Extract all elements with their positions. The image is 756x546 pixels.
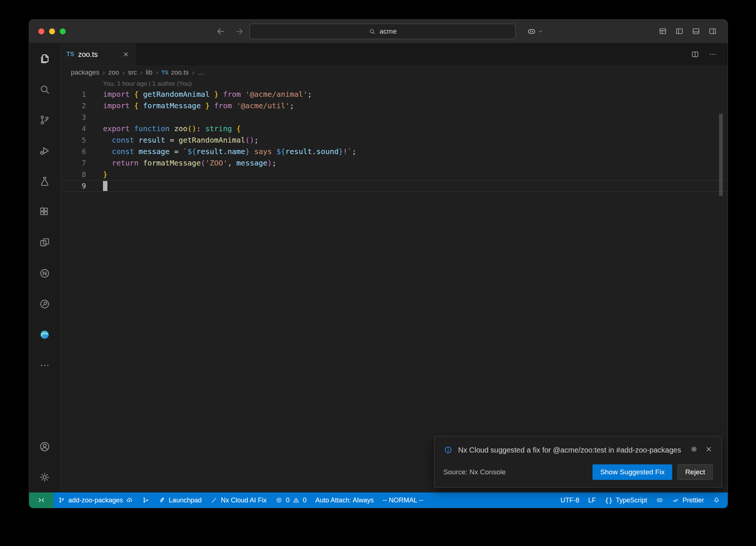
activity-bar-remote-explorer[interactable] [29, 227, 60, 258]
line-number: 6 [61, 146, 86, 157]
layout-sidebar-left-icon[interactable] [675, 27, 684, 36]
tab-bar: TS zoo.ts [61, 43, 728, 66]
activity-bar-account[interactable] [29, 431, 60, 462]
line-number: 4 [61, 123, 86, 134]
rocket-icon [158, 496, 166, 504]
command-center-search[interactable]: acme [250, 24, 516, 39]
code-line-1[interactable]: 1import { getRandomAnimal } from '@acme/… [61, 89, 728, 100]
close-icon[interactable] [705, 445, 713, 453]
line-text: import { getRandomAnimal } from '@acme/a… [86, 89, 312, 100]
status-label: UTF-8 [560, 496, 579, 504]
status-remote[interactable] [29, 492, 54, 508]
run-debug-icon [38, 144, 51, 157]
code-line-4[interactable]: 4export function zoo(): string { [61, 123, 728, 134]
line-text: export function zoo(): string { [86, 123, 241, 134]
status-eol[interactable]: LF [584, 492, 600, 508]
line-number: 5 [61, 134, 86, 146]
activity-bar-source-control[interactable] [29, 105, 60, 135]
wand-icon [210, 496, 218, 504]
status-launchpad[interactable]: Launchpad [154, 492, 206, 508]
activity-bar-extensions[interactable] [29, 197, 60, 227]
tab-close-icon[interactable] [122, 51, 130, 58]
nx-console-icon [38, 267, 51, 280]
error-icon [275, 496, 283, 504]
double-check-icon [672, 496, 680, 504]
layout-customize-icon[interactable] [658, 27, 667, 36]
activity-bar-nx-console[interactable] [29, 258, 60, 289]
activity-bar-run-debug[interactable] [29, 135, 60, 166]
vscode-window: acme TS zoo.ts [29, 19, 728, 508]
status-language[interactable]: {}TypeScript [600, 492, 652, 508]
status-git-graph[interactable] [138, 492, 154, 508]
status-notifications[interactable] [708, 492, 725, 508]
git-blame-codelens[interactable]: You, 1 hour ago | 1 author (You) [61, 79, 728, 89]
breadcrumb-item-zoo-ts[interactable]: TSzoo.ts [161, 69, 189, 76]
line-text: } [86, 169, 107, 180]
code-line-5[interactable]: 5 const result = getRandomAnimal(); [61, 134, 728, 146]
activity-bar-more-views[interactable] [29, 350, 60, 381]
scrollbar-thumb[interactable] [719, 114, 723, 196]
code-editor[interactable]: You, 1 hour ago | 1 author (You) 1import… [61, 79, 728, 492]
activity-bar-gitlens[interactable] [29, 289, 60, 319]
zoom-window-button[interactable] [60, 28, 66, 34]
breadcrumb-item-lib[interactable]: lib [146, 69, 152, 76]
reject-button[interactable]: Reject [677, 464, 713, 480]
breadcrumb-item--[interactable]: … [198, 69, 205, 76]
more-actions-icon[interactable] [708, 50, 717, 59]
status-problems[interactable]: 00 [271, 492, 311, 508]
activity-bar-explorer[interactable] [29, 43, 60, 74]
status-label: 0 [303, 496, 306, 504]
copilot-menu[interactable] [527, 27, 544, 36]
copilot-icon [656, 496, 663, 504]
activity-bar-edge-tools[interactable] [29, 319, 60, 350]
block-cursor [103, 181, 107, 191]
editor-area: TS zoo.ts packages›zoo›src›lib›TSzoo.ts›… [61, 43, 728, 492]
show-suggested-fix-button[interactable]: Show Suggested Fix [592, 464, 672, 480]
breadcrumb-item-packages[interactable]: packages [71, 69, 99, 76]
status-encoding[interactable]: UTF-8 [556, 492, 584, 508]
forward-button[interactable] [234, 27, 244, 36]
status-bar-left: add-zoo-packagesLaunchpadNx Cloud AI Fix… [29, 492, 428, 508]
status-copilot[interactable] [652, 492, 668, 508]
activity-bar-settings[interactable] [29, 462, 60, 492]
edge-tools-icon [38, 328, 51, 341]
breadcrumb: packages›zoo›src›lib›TSzoo.ts›… [61, 66, 728, 79]
status-nx-cloud-ai-fix[interactable]: Nx Cloud AI Fix [206, 492, 271, 508]
activity-bar-spacer [29, 381, 60, 431]
split-editor-icon[interactable] [691, 50, 700, 59]
status-vim-mode[interactable]: -- NORMAL -- [378, 492, 427, 508]
activity-bar [29, 43, 61, 492]
git-branch-icon [58, 496, 65, 504]
breadcrumb-item-zoo[interactable]: zoo [108, 69, 119, 76]
status-auto-attach[interactable]: Auto Attach: Always [311, 492, 378, 508]
activity-bar-search[interactable] [29, 74, 60, 105]
status-formatter[interactable]: Prettier [668, 492, 708, 508]
testing-icon [38, 175, 51, 188]
code-line-9[interactable]: 9 [61, 180, 728, 192]
git-graph-icon [142, 496, 150, 504]
line-number: 9 [61, 180, 86, 192]
layout-panel-icon[interactable] [691, 27, 701, 36]
more-views-icon [38, 359, 51, 372]
remote-explorer-icon [38, 236, 51, 249]
chevron-right-icon: › [122, 68, 124, 76]
warning-icon [292, 496, 300, 504]
minimize-window-button[interactable] [49, 28, 55, 34]
close-window-button[interactable] [38, 28, 44, 34]
code-line-2[interactable]: 2import { formatMessage } from '@acme/ut… [61, 100, 728, 112]
layout-sidebar-right-icon[interactable] [708, 27, 717, 36]
code-line-3[interactable]: 3 [61, 112, 728, 123]
code-line-6[interactable]: 6 const message = `${result.name} says $… [61, 146, 728, 157]
tab-zoo-ts[interactable]: TS zoo.ts [61, 43, 136, 65]
status-label: TypeScript [616, 496, 647, 504]
back-button[interactable] [216, 27, 226, 36]
gear-icon[interactable] [690, 445, 698, 453]
editor-actions [691, 43, 728, 65]
status-label: 0 [286, 496, 289, 504]
activity-bar-testing[interactable] [29, 166, 60, 197]
code-line-7[interactable]: 7 return formatMessage('ZOO', message); [61, 157, 728, 169]
breadcrumb-item-src[interactable]: src [128, 69, 137, 76]
code-line-8[interactable]: 8} [61, 169, 728, 180]
status-branch[interactable]: add-zoo-packages [54, 492, 138, 508]
status-label: -- NORMAL -- [382, 496, 423, 504]
